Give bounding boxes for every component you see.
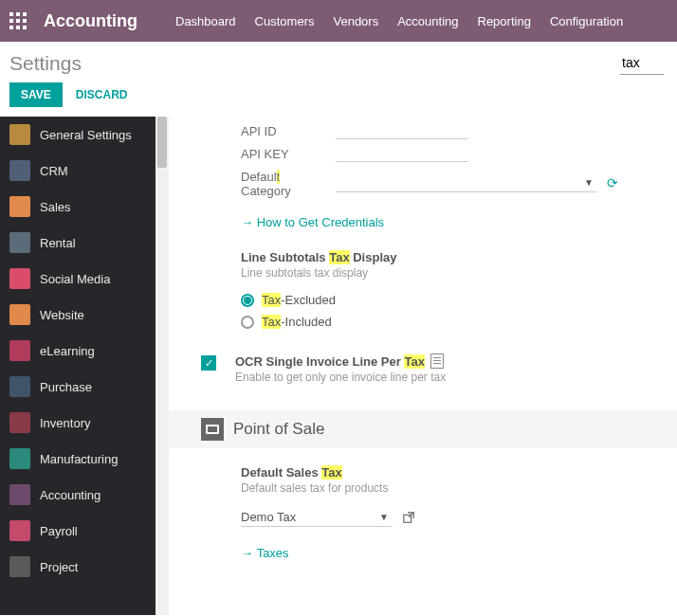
ocr-setting-row: ✓ OCR Single Invoice Line Per Tax Enable…	[201, 353, 677, 384]
sidebar-item-label: CRM	[40, 164, 68, 178]
module-icon	[9, 196, 30, 217]
sidebar-item-website[interactable]: Website	[0, 297, 156, 333]
radio-tax-excluded[interactable]: Tax-Excluded	[241, 293, 677, 307]
search-input[interactable]	[620, 51, 664, 75]
sidebar-item-crm[interactable]: CRM	[0, 153, 156, 189]
sidebar-item-purchase[interactable]: Purchase	[0, 369, 156, 405]
discard-button[interactable]: DISCARD	[76, 88, 128, 101]
svg-rect-8	[23, 26, 27, 29]
taxes-link[interactable]: Taxes	[241, 546, 289, 560]
sidebar-item-label: Accounting	[40, 488, 101, 502]
svg-rect-3	[9, 19, 13, 23]
action-bar: SAVE DISCARD	[0, 82, 677, 117]
nav-customers[interactable]: Customers	[255, 14, 315, 28]
svg-rect-5	[23, 19, 27, 23]
point-of-sale-title: Point of Sale	[233, 420, 324, 439]
top-navigation: Dashboard Customers Vendors Accounting R…	[175, 14, 623, 28]
svg-rect-7	[16, 26, 20, 29]
scrollbar-thumb[interactable]	[157, 117, 167, 168]
api-key-input[interactable]	[336, 145, 468, 162]
module-icon	[9, 448, 30, 469]
api-id-input[interactable]	[336, 122, 468, 139]
default-sales-tax-title: Default Sales Tax	[241, 465, 677, 480]
module-icon	[9, 376, 30, 397]
module-icon	[9, 268, 30, 289]
sidebar-item-social-media[interactable]: Social Media	[0, 261, 156, 297]
sidebar-item-project[interactable]: Project	[0, 549, 156, 585]
nav-accounting[interactable]: Accounting	[397, 14, 458, 28]
module-icon	[9, 340, 30, 361]
sidebar-item-label: Purchase	[40, 380, 92, 394]
sidebar-item-payroll[interactable]: Payroll	[0, 513, 156, 549]
sidebar-item-label: Rental	[40, 236, 76, 250]
radio-icon[interactable]	[241, 294, 254, 307]
sidebar-wrap: General SettingsCRMSalesRentalSocial Med…	[0, 117, 169, 615]
nav-dashboard[interactable]: Dashboard	[175, 14, 236, 28]
ocr-checkbox[interactable]: ✓	[201, 355, 216, 371]
apps-icon[interactable]	[9, 12, 27, 29]
sidebar-scrollbar[interactable]	[156, 117, 169, 615]
nav-reporting[interactable]: Reporting	[478, 14, 531, 28]
chevron-down-icon: ▼	[584, 177, 594, 188]
settings-content: API ID API KEY Default Category ▼ ⟳ How …	[169, 117, 677, 615]
module-icon	[9, 304, 30, 325]
sidebar-item-label: Sales	[40, 200, 71, 214]
sidebar-item-inventory[interactable]: Inventory	[0, 405, 156, 441]
settings-sidebar: General SettingsCRMSalesRentalSocial Med…	[0, 117, 156, 615]
pos-icon	[201, 418, 224, 441]
nav-configuration[interactable]: Configuration	[550, 14, 623, 28]
module-icon	[9, 412, 30, 433]
radio-icon[interactable]	[241, 316, 254, 329]
default-category-select[interactable]: ▼	[336, 173, 597, 192]
default-category-label: Default Category	[241, 168, 336, 198]
api-id-row: API ID	[241, 122, 677, 139]
sidebar-item-label: General Settings	[40, 128, 132, 142]
point-of-sale-header: Point of Sale	[169, 410, 677, 448]
api-key-row: API KEY	[241, 145, 677, 162]
default-sales-tax-select[interactable]: Demo Tax ▼	[241, 508, 393, 527]
sidebar-item-accounting[interactable]: Accounting	[0, 477, 156, 513]
default-sales-tax-subtitle: Default sales tax for products	[241, 481, 677, 495]
module-icon	[9, 556, 30, 577]
default-category-row: Default Category ▼ ⟳	[241, 168, 677, 198]
page-title: Settings	[9, 52, 82, 75]
default-sales-tax-value: Demo Tax	[241, 510, 296, 524]
save-button[interactable]: SAVE	[9, 82, 63, 107]
sidebar-item-elearning[interactable]: eLearning	[0, 333, 156, 369]
sidebar-item-general-settings[interactable]: General Settings	[0, 117, 156, 153]
api-key-label: API KEY	[241, 145, 336, 161]
module-icon	[9, 160, 30, 181]
svg-rect-0	[9, 12, 13, 16]
sidebar-item-manufacturing[interactable]: Manufacturing	[0, 441, 156, 477]
subheader: Settings	[0, 42, 677, 82]
main-region: General SettingsCRMSalesRentalSocial Med…	[0, 117, 677, 615]
module-icon	[9, 232, 30, 253]
radio-tax-excluded-label: Tax-Excluded	[262, 293, 336, 307]
line-subtotals-title: Line Subtotals Tax Display	[241, 250, 677, 264]
svg-rect-4	[16, 19, 20, 23]
sidebar-item-label: eLearning	[40, 344, 95, 358]
sidebar-item-sales[interactable]: Sales	[0, 189, 156, 225]
document-icon	[430, 353, 444, 369]
module-icon	[9, 124, 30, 145]
svg-rect-6	[9, 26, 13, 29]
radio-tax-included[interactable]: Tax-Included	[241, 315, 677, 329]
sidebar-item-label: Payroll	[40, 524, 78, 538]
module-icon	[9, 520, 30, 541]
nav-vendors[interactable]: Vendors	[333, 14, 378, 28]
topbar: Accounting Dashboard Customers Vendors A…	[0, 0, 677, 42]
sidebar-item-rental[interactable]: Rental	[0, 225, 156, 261]
sidebar-item-label: Social Media	[40, 272, 110, 286]
sidebar-item-label: Website	[40, 308, 84, 322]
refresh-icon[interactable]: ⟳	[607, 175, 618, 190]
sidebar-item-label: Inventory	[40, 416, 90, 430]
chevron-down-icon: ▼	[379, 512, 389, 522]
external-link-icon[interactable]	[402, 511, 415, 524]
svg-rect-2	[23, 12, 27, 16]
default-sales-tax-select-row: Demo Tax ▼	[241, 508, 677, 527]
api-id-label: API ID	[241, 122, 336, 138]
module-icon	[9, 484, 30, 505]
how-to-get-credentials-link[interactable]: How to Get Credentials	[241, 215, 384, 229]
svg-rect-1	[16, 12, 20, 16]
sidebar-item-label: Manufacturing	[40, 452, 118, 466]
